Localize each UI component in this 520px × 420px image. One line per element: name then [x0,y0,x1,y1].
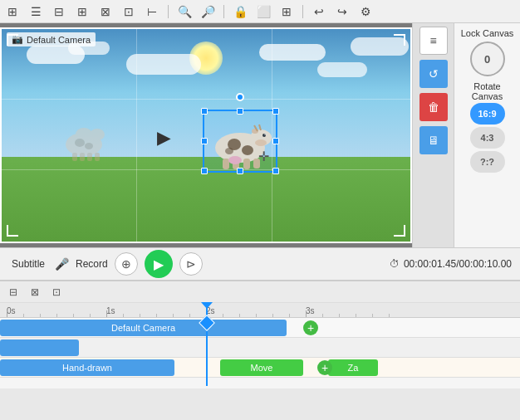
clock-icon: ⏱ [390,258,400,270]
toolbar-icon-7[interactable]: ⊢ [143,2,161,21]
ruler-1s: 1s [106,306,115,315]
top-toolbar: ⊞ ☰ ⊟ ⊞ ⊠ ⊡ ⊢ 🔍 🔎 🔒 ⬜ ⊞ ↩ ↪ ⚙ [0,0,520,23]
tick-3s [306,310,307,317]
canvas-area: 📷 Default Camera [0,23,412,247]
toolbar-icon-5[interactable]: ⊠ [96,2,115,21]
selection-box[interactable]: ✛ [203,110,277,173]
tick-sm-12 [239,314,240,317]
toolbar-icon-11[interactable]: ⬜ [254,2,272,21]
handle-bc[interactable] [237,168,243,174]
tick-sm-19 [372,314,373,317]
track-clip-camera-label: Default Camera [111,323,175,333]
ratio-btn-169[interactable]: 16:9 [470,103,505,125]
toolbar-icon-10[interactable]: 🔒 [231,2,249,21]
tick-sm-11 [223,314,223,317]
tick-sm-16 [322,314,323,317]
motion-arrow: ▶ [157,128,169,148]
track-clip-camera[interactable]: Default Camera [0,320,287,336]
tick-sm-1 [23,314,24,317]
ratio-btn-custom[interactable]: ?:? [470,151,505,173]
toolbar-sep-3 [302,5,303,18]
handle-tl[interactable] [201,108,208,115]
toolbar-icon-settings[interactable]: ⚙ [356,2,375,21]
track-clip-short[interactable] [0,339,79,356]
ruler-0s: 0s [7,306,16,315]
main-area: 📷 Default Camera [0,23,520,247]
handle-mr[interactable] [272,138,279,144]
bottom-controls: Subtitle 🎤 Record ⊕ ▶ ⊳ ⏱ 00:00:01.45/00… [0,247,520,281]
right-tool-3[interactable]: 🗑 [419,93,448,121]
svg-point-3 [85,143,93,149]
zoom-button[interactable]: ⊕ [115,252,138,276]
track-clip-za[interactable]: Za [328,359,378,376]
add-clip-btn-1[interactable]: + [303,320,318,335]
tl-tool-3[interactable]: ⊡ [48,284,65,300]
export-button[interactable]: ⊳ [179,252,203,276]
toolbar-icon-undo[interactable]: ↩ [310,2,328,21]
handle-bl[interactable] [201,168,208,174]
tick-sm-5 [90,314,91,317]
playhead-marker [201,302,213,309]
timeline-ruler: 0s 1s 2s 3s [0,303,520,318]
right-tool-4[interactable]: 🖥 [419,126,448,154]
ratio-btn-43[interactable]: 4:3 [470,127,505,149]
play-button[interactable]: ▶ [145,250,173,278]
tick-1s [106,310,107,317]
subtitle-button[interactable]: Subtitle [8,256,48,271]
toolbar-icon-2[interactable]: ☰ [27,2,45,21]
toolbar-icon-1[interactable]: ⊞ [3,2,22,21]
svg-point-4 [90,129,105,140]
toolbar-icon-3[interactable]: ⊟ [50,2,68,21]
record-button[interactable]: Record [76,258,108,270]
track-row-handdrawn: Hand-drawn Move + Za [0,358,520,378]
track-clip-handdrawn-label: Hand-drawn [62,363,112,373]
toolbar-sep-1 [168,5,169,18]
cow-main[interactable]: ✛ [206,113,274,169]
play-icon: ▶ [154,256,164,272]
cloud-5 [317,62,367,77]
add-clip-btn-2[interactable]: + [317,360,332,375]
timeline-tracks: Default Camera + Hand-drawn Move + Za [0,318,520,378]
handle-br[interactable] [272,168,279,174]
cloud-4 [259,44,326,61]
move-cursor-icon: ✛ [258,149,269,164]
tick-sm-10 [189,314,190,317]
cloud-3 [126,54,201,75]
tick-sm-4 [73,314,74,317]
toolbar-icon-12[interactable]: ⊞ [277,2,296,21]
track-clip-handdrawn[interactable]: Hand-drawn [0,359,174,376]
tl-tool-1[interactable]: ⊟ [5,284,22,300]
tick-sm-15 [289,314,290,317]
toolbar-sep-2 [223,5,224,18]
svg-rect-7 [87,153,92,161]
handle-tr[interactable] [272,108,279,115]
toolbar-icon-4[interactable]: ⊞ [73,2,91,21]
cow-ghost [59,120,109,161]
tick-sm-7 [140,314,140,317]
track-clip-move[interactable]: Move [220,359,303,376]
handle-ml[interactable] [201,138,208,144]
lock-dial-value: 0 [484,53,490,66]
lock-canvas-panel: Lock Canvas 0 Rotate Canvas 16:9 4:3 ?:? [454,23,520,247]
svg-rect-6 [80,153,85,161]
track-clip-move-label: Move [251,363,273,373]
tick-sm-6 [123,314,124,317]
lock-dial[interactable]: 0 [470,42,505,76]
toolbar-icon-9[interactable]: 🔎 [199,2,217,21]
toolbar-icon-8[interactable]: 🔍 [175,2,194,21]
toolbar-icon-redo[interactable]: ↪ [333,2,351,21]
toolbar-icon-6[interactable]: ⊡ [120,2,138,21]
tl-tool-2[interactable]: ⊠ [27,284,43,300]
camera-icon: 📷 [12,34,23,45]
time-display: ⏱ 00:00:01.45/00:00:10.00 [390,258,512,270]
svg-rect-8 [95,153,100,161]
ruler-3s: 3s [306,306,315,315]
track-clip-za-label: Za [348,363,359,373]
rotate-handle[interactable] [236,93,244,101]
handle-tc[interactable] [237,108,243,115]
tick-sm-14 [272,314,273,317]
tick-sm-18 [356,314,356,317]
right-tool-2[interactable]: ↺ [419,60,448,88]
svg-point-2 [75,139,85,147]
right-tool-1[interactable]: ≡ [419,27,448,55]
